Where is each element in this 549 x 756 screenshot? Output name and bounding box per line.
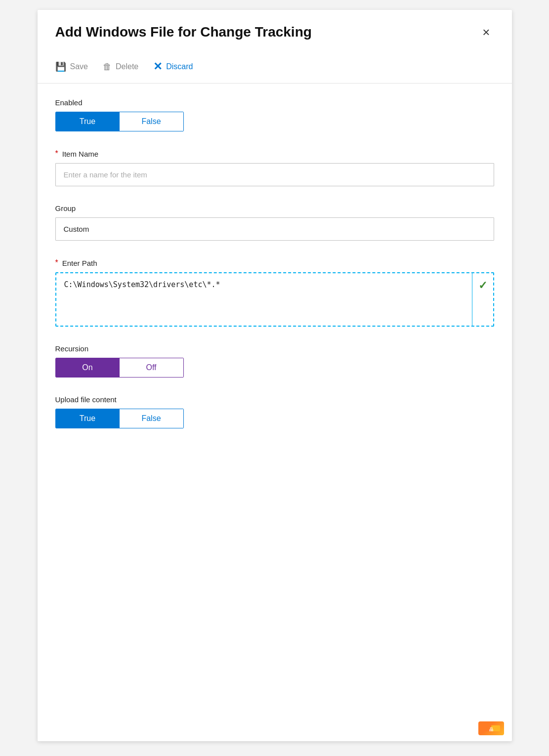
upload-true-button[interactable]: True	[56, 409, 120, 428]
enabled-true-button[interactable]: True	[56, 112, 120, 131]
group-input[interactable]	[55, 217, 494, 241]
watermark: 品	[478, 721, 504, 735]
upload-false-button[interactable]: False	[120, 409, 183, 428]
delete-button[interactable]: 🗑 Delete	[103, 59, 148, 75]
path-check-icon: ✓	[478, 279, 487, 292]
path-input-wrapper: C:\Windows\System32\drivers\etc\*.* ✓	[55, 272, 494, 327]
recursion-toggle-group: On Off	[55, 358, 184, 378]
save-button[interactable]: 💾 Save	[55, 58, 98, 75]
save-icon: 💾	[55, 61, 66, 72]
enabled-false-button[interactable]: False	[120, 112, 183, 131]
upload-toggle-group: True False	[55, 409, 184, 428]
discard-label: Discard	[166, 62, 193, 71]
form-body: Enabled True False * Item Name Group * E…	[38, 84, 512, 466]
path-label: * Enter Path	[55, 258, 494, 267]
upload-section: Upload file content True False	[55, 395, 494, 428]
group-section: Group	[55, 204, 494, 241]
enabled-section: Enabled True False	[55, 98, 494, 131]
discard-icon: ✕	[153, 60, 162, 73]
group-label: Group	[55, 204, 494, 212]
required-star-item: *	[55, 149, 58, 158]
upload-label: Upload file content	[55, 395, 494, 404]
path-section: * Enter Path C:\Windows\System32\drivers…	[55, 258, 494, 327]
discard-button[interactable]: ✕ Discard	[153, 57, 203, 76]
watermark-icon: 品	[482, 723, 500, 733]
recursion-label: Recursion	[55, 344, 494, 353]
close-button[interactable]: ×	[478, 24, 494, 41]
recursion-section: Recursion On Off	[55, 344, 494, 378]
delete-icon: 🗑	[103, 62, 112, 72]
required-star-path: *	[55, 258, 58, 267]
recursion-on-button[interactable]: On	[56, 358, 120, 377]
recursion-off-button[interactable]: Off	[120, 358, 183, 377]
enabled-toggle-group: True False	[55, 112, 184, 131]
delete-label: Delete	[116, 62, 138, 71]
svg-text:品: 品	[489, 727, 493, 732]
enabled-label: Enabled	[55, 98, 494, 107]
path-input[interactable]: C:\Windows\System32\drivers\etc\*.*	[55, 272, 494, 327]
item-name-input[interactable]	[55, 163, 494, 186]
save-label: Save	[70, 62, 88, 71]
item-name-section: * Item Name	[55, 149, 494, 186]
item-name-label: * Item Name	[55, 149, 494, 158]
panel-title: Add Windows File for Change Tracking	[55, 24, 312, 40]
toolbar: 💾 Save 🗑 Delete ✕ Discard	[38, 50, 512, 84]
panel: Add Windows File for Change Tracking × 💾…	[38, 10, 512, 741]
panel-header: Add Windows File for Change Tracking ×	[38, 10, 512, 50]
